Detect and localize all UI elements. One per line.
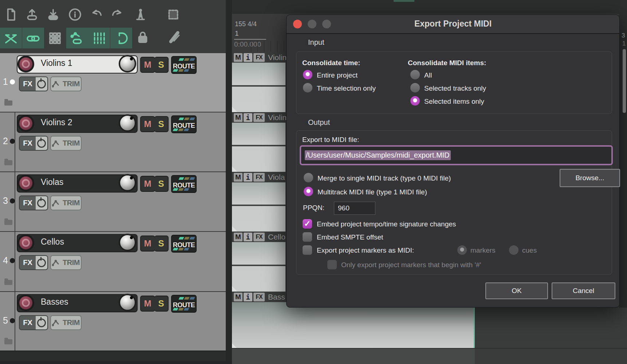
arrange-grid[interactable] (475, 308, 627, 364)
vertical-scrollbar[interactable] (623, 49, 626, 113)
marquee-select-button[interactable] (165, 7, 182, 23)
record-arm-button[interactable] (17, 56, 34, 72)
mute-button[interactable]: M (140, 236, 155, 252)
redo-button[interactable] (109, 7, 126, 23)
record-arm-button[interactable] (17, 115, 34, 132)
track-name[interactable]: Basses (41, 297, 68, 307)
checkbox-embed-tempo[interactable]: ✓ (303, 219, 312, 229)
midi-item-header[interactable]: M i FX Viola (232, 172, 287, 182)
item-mute-chip[interactable]: M (234, 113, 242, 122)
item-info-chip[interactable]: i (244, 293, 252, 301)
envelope-link-toggle[interactable] (66, 28, 88, 48)
track-name[interactable]: Violins 2 (41, 118, 72, 127)
mute-button[interactable]: M (140, 176, 155, 192)
metronome-button[interactable] (132, 7, 149, 23)
midi-item-body[interactable] (232, 63, 285, 112)
lock-button[interactable] (134, 29, 151, 45)
track-select-dot[interactable] (10, 198, 15, 203)
ripple-edit-toggle[interactable] (110, 28, 132, 48)
checkbox-export-markers-label[interactable]: Export project markers as MIDI: (317, 246, 414, 254)
item-mute-chip[interactable]: M (234, 53, 242, 62)
checkbox-export-markers[interactable] (303, 245, 312, 255)
save-project-button[interactable] (44, 7, 62, 23)
fx-bypass-toggle[interactable] (36, 136, 47, 150)
track-row[interactable]: Violins 2 M S ROUTE FX TRIM 2 (0, 112, 226, 172)
pan-knob[interactable] (119, 234, 136, 251)
item-fx-chip[interactable]: FX (253, 53, 265, 62)
item-mute-chip[interactable]: M (234, 173, 242, 182)
auto-crossfade-toggle[interactable] (0, 28, 22, 48)
folder-icon[interactable] (4, 160, 12, 165)
trim-envelope-button[interactable]: TRIM (50, 136, 82, 151)
midi-item-header[interactable]: M i FX Bass (232, 292, 287, 302)
item-fx-chip[interactable]: FX (253, 113, 265, 122)
new-project-button[interactable] (2, 7, 20, 23)
midi-item-body[interactable] (232, 242, 285, 292)
item-fx-chip[interactable]: FX (253, 293, 265, 301)
pan-knob[interactable] (119, 114, 136, 132)
item-fx-chip[interactable]: FX (253, 173, 265, 182)
radio-all-items[interactable] (410, 70, 420, 79)
mute-button[interactable]: M (140, 116, 155, 132)
radio-merge-single-track[interactable] (304, 173, 313, 182)
midi-item-body[interactable] (232, 302, 475, 349)
radio-time-selection-only[interactable] (303, 83, 312, 92)
draw-tool-button[interactable] (165, 29, 182, 45)
panel-arrange-divider[interactable] (226, 0, 232, 364)
item-info-chip[interactable]: i (244, 113, 252, 122)
checkbox-embed-smpte[interactable] (303, 232, 312, 242)
solo-button[interactable]: S (154, 176, 169, 192)
midi-file-path-field[interactable]: /Users/user/Music/Samples/midi_export.MI… (300, 145, 613, 165)
trim-envelope-button[interactable]: TRIM (50, 255, 82, 270)
radio-multitrack-file-label[interactable]: Multitrack MIDI file (type 1 MIDI file) (318, 188, 427, 196)
fx-bypass-toggle[interactable] (36, 196, 47, 210)
radio-entire-project-label[interactable]: Entire project (317, 71, 358, 79)
trim-envelope-button[interactable]: TRIM (50, 76, 82, 91)
grid-settings-button[interactable] (44, 28, 66, 48)
radio-merge-single-track-label[interactable]: Merge to single MIDI track (type 0 MIDI … (318, 174, 451, 182)
fx-bypass-toggle[interactable] (36, 77, 47, 91)
record-arm-button[interactable] (17, 175, 34, 191)
ppqn-input[interactable] (334, 202, 375, 215)
item-info-chip[interactable]: i (244, 233, 252, 241)
pan-knob[interactable] (119, 174, 136, 191)
horizontal-scrollbar[interactable] (0, 361, 232, 364)
item-mute-chip[interactable]: M (234, 233, 242, 241)
pan-knob[interactable] (119, 294, 136, 311)
radio-all-items-label[interactable]: All (424, 71, 432, 79)
project-settings-button[interactable] (66, 7, 84, 23)
midi-file-path-value[interactable]: /Users/user/Music/Samples/midi_export.MI… (305, 150, 451, 160)
route-button[interactable]: ROUTE (171, 115, 197, 133)
radio-selected-items-only[interactable] (410, 96, 420, 106)
track-name[interactable]: Cellos (41, 237, 64, 247)
dialog-titlebar[interactable]: Export Project MIDI (287, 15, 619, 34)
solo-button[interactable]: S (154, 57, 169, 73)
track-row[interactable]: Basses M S ROUTE FX TRIM 5 (0, 291, 226, 351)
folder-icon[interactable] (4, 280, 12, 285)
route-button[interactable]: ROUTE (171, 235, 197, 253)
radio-multitrack-file[interactable] (304, 187, 313, 196)
track-select-dot[interactable] (10, 79, 15, 84)
timeline-ruler[interactable]: 155 4/4 1 0:00.000 (232, 14, 286, 52)
route-button[interactable]: ROUTE (171, 175, 197, 193)
open-project-button[interactable] (23, 7, 41, 23)
folder-icon[interactable] (4, 100, 12, 106)
radio-entire-project[interactable] (303, 70, 312, 79)
fx-button[interactable]: FX (19, 76, 48, 91)
snap-toggle[interactable] (88, 28, 110, 48)
item-fx-chip[interactable]: FX (253, 233, 265, 241)
trim-envelope-button[interactable]: TRIM (50, 315, 82, 330)
radio-selected-items-only-label[interactable]: Selected items only (424, 98, 484, 106)
record-arm-button[interactable] (17, 294, 34, 311)
mute-button[interactable]: M (140, 57, 155, 73)
fx-button[interactable]: FX (19, 315, 48, 330)
item-info-chip[interactable]: i (244, 53, 252, 62)
midi-item-body[interactable] (232, 182, 285, 232)
midi-item-header[interactable]: M i FX Violin (232, 112, 287, 123)
track-row[interactable]: Violins 1 M S ROUTE FX TRIM 1 (0, 52, 226, 112)
browse-button[interactable]: Browse... (560, 169, 620, 187)
fx-button[interactable]: FX (19, 136, 48, 151)
fx-bypass-toggle[interactable] (36, 316, 47, 329)
solo-button[interactable]: S (154, 116, 169, 132)
solo-button[interactable]: S (154, 296, 169, 312)
